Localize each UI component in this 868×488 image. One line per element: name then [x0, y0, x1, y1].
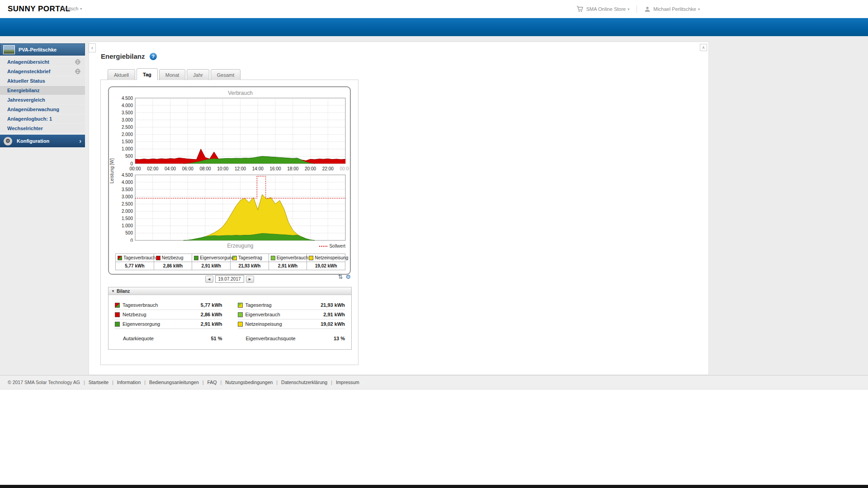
bilanz-right-column: Tagesertrag21,93 kWhEigenverbrauch2,91 k… — [238, 300, 345, 343]
svg-text:1.500: 1.500 — [122, 216, 133, 221]
tab-tag[interactable]: Tag — [137, 68, 158, 80]
bilanz-label: Netzbezug — [123, 312, 201, 317]
legend-value: 19,02 kWh — [307, 262, 345, 270]
tab-gesamt[interactable]: Gesamt — [211, 69, 241, 80]
chart-legend: Tagesverbrauch5,77 kWhNetzbezug2,86 kWhE… — [115, 253, 345, 270]
bilanz-label: Eigenverbrauch — [245, 312, 324, 317]
sidebar-item-aktueller-status[interactable]: Aktueller Status — [0, 76, 85, 85]
scroll-top-button[interactable]: ∧ — [700, 44, 707, 51]
footer-link-faq[interactable]: FAQ — [207, 380, 217, 385]
sidebar-item-anlagenueberwachung[interactable]: Anlagenüberwachung — [0, 105, 85, 114]
bilanz-swatch — [238, 303, 243, 308]
chart-settings-icon[interactable]: ⚙ — [345, 273, 351, 280]
collapse-triangle-icon: ▼ — [111, 289, 115, 293]
user-menu[interactable]: Michael Perlitschke ▾ — [653, 6, 700, 12]
bilanz-value: 5,77 kWh — [201, 302, 222, 308]
svg-text:4.500: 4.500 — [122, 173, 133, 178]
sidebar-item-jahresvergleich[interactable]: Jahresvergleich — [0, 95, 85, 104]
svg-text:4.500: 4.500 — [122, 96, 133, 101]
bilanz-label: Eigenversorgung — [123, 321, 201, 327]
legend-label: Netzeinspeisung — [315, 255, 348, 260]
bilanz-row-netzeinspeisung: Netzeinspeisung19,02 kWh — [238, 319, 345, 329]
bottom-spacer — [0, 389, 868, 485]
bilanz-value: 19,02 kWh — [321, 321, 345, 327]
footer-link-startseite[interactable]: Startseite — [89, 380, 108, 385]
store-link[interactable]: SMA Online Store ▾ — [586, 6, 629, 12]
bilanz-header[interactable]: ▼ Bilanz — [108, 287, 351, 295]
sidebar-item-anlagenlogbuch-1[interactable]: Anlagenlogbuch: 1 — [0, 114, 85, 123]
sollwert-label: Sollwert — [329, 244, 345, 249]
legend-value: 2,86 kWh — [154, 262, 192, 270]
footer-separator: | — [112, 380, 113, 385]
tab-monat[interactable]: Monat — [159, 69, 186, 80]
bilanz-value: 2,86 kWh — [201, 312, 222, 317]
footer-separator: | — [331, 380, 332, 385]
svg-text:2.500: 2.500 — [122, 202, 133, 206]
bilanz-swatch — [115, 303, 120, 308]
sidebar-item-anlagenuebersicht[interactable]: Anlagenübersicht — [0, 57, 85, 66]
legend-name: Netzbezug — [154, 254, 192, 262]
top-bar: SUNNY PORTAL Deutsch ▾ SMA Online Store … — [0, 0, 868, 18]
tab-bar: AktuellTagMonatJahrGesamt — [108, 68, 241, 80]
language-selector[interactable]: Deutsch ▾ — [60, 6, 82, 11]
scale-icon[interactable]: ⇅ — [338, 273, 343, 280]
legend-name: Netzeinspeisung — [307, 254, 345, 262]
svg-text:4.000: 4.000 — [122, 103, 133, 108]
chart-title-row: Erzeugung Sollwert — [109, 243, 350, 251]
bilanz-swatch — [238, 322, 243, 327]
sidebar-collapse-button[interactable]: ‹ — [89, 43, 96, 52]
svg-text:3.000: 3.000 — [122, 194, 133, 199]
legend-swatch — [118, 256, 122, 260]
bilanz-swatch — [115, 312, 120, 317]
bilanz-swatch — [115, 322, 120, 327]
legend-name: Eigenverbrauch — [269, 254, 307, 262]
legend-swatch — [309, 256, 313, 260]
sidebar-item-konfiguration[interactable]: ⚙ Konfiguration › — [0, 135, 85, 147]
chevron-down-icon: ▾ — [80, 7, 82, 11]
bilanz-value: 2,91 kWh — [323, 312, 345, 317]
sidebar-item-energiebilanz[interactable]: Energiebilanz — [0, 86, 85, 95]
cart-icon — [576, 6, 584, 12]
chevron-down-icon: ▾ — [627, 7, 629, 11]
user-icon — [644, 6, 651, 12]
date-input[interactable] — [215, 275, 244, 283]
footer-link-impressum[interactable]: Impressum — [336, 380, 359, 385]
footer-link-information[interactable]: Information — [117, 380, 141, 385]
bilanz-swatch — [238, 312, 243, 317]
footer-copyright: © 2017 SMA Solar Technology AG — [8, 380, 80, 385]
footer-link-bedienungsanleitungen[interactable]: Bedienungsanleitungen — [149, 380, 199, 385]
plant-name: PVA-Perlitschke — [19, 47, 57, 52]
prev-day-button[interactable]: ◀ — [205, 276, 213, 283]
svg-text:2.500: 2.500 — [122, 125, 133, 130]
legend-swatch — [194, 256, 198, 260]
dashed-line-swatch — [319, 246, 327, 247]
footer-separator: | — [144, 380, 146, 385]
footer-link-datenschutzerklaerung[interactable]: Datenschutzerklärung — [281, 380, 327, 385]
svg-text:500: 500 — [125, 154, 133, 159]
sidebar-item-label: Anlagenüberwachung — [7, 107, 59, 112]
y-axis-label: Leistung [W] — [109, 137, 114, 205]
gear-icon: ⚙ — [4, 137, 12, 145]
bilanz-row-autarkiequote: Autarkiequote51 % — [115, 333, 222, 343]
sidebar-item-label: Jahresvergleich — [7, 97, 45, 103]
topbar-right: SMA Online Store ▾ Michael Perlitschke ▾ — [576, 0, 700, 18]
tab-aktuell[interactable]: Aktuell — [108, 69, 135, 80]
footer-link-nutzungsbedingungen[interactable]: Nutzungsbedingungen — [225, 380, 273, 385]
sidebar-item-anlagensteckbrief[interactable]: Anlagensteckbrief — [0, 67, 85, 76]
legend-label: Tagesverbrauch — [123, 255, 156, 260]
bilanz-value: 2,91 kWh — [201, 321, 222, 327]
tab-jahr[interactable]: Jahr — [187, 69, 209, 80]
verbrauch-chart: 05001.0001.5002.0002.5003.0003.5004.0004… — [109, 96, 349, 173]
bilanz-row-eigenverbrauchsquote: Eigenverbrauchsquote13 % — [238, 333, 345, 343]
sidebar-item-wechselrichter[interactable]: Wechselrichter — [0, 124, 85, 133]
sidebar-menu: AnlagenübersichtAnlagensteckbriefAktuell… — [0, 57, 85, 133]
sidebar-item-label: Wechselrichter — [7, 126, 43, 131]
next-day-button[interactable]: ▶ — [246, 276, 254, 283]
bilanz-row-tagesverbrauch: Tagesverbrauch5,77 kWh — [115, 300, 222, 310]
svg-text:00:00: 00:00 — [340, 166, 349, 171]
language-label: Deutsch — [60, 6, 78, 11]
bilanz-panel: ▼ Bilanz Tagesverbrauch5,77 kWhNetzbezug… — [108, 287, 352, 350]
svg-text:16:00: 16:00 — [269, 166, 281, 171]
help-icon[interactable]: ? — [150, 53, 157, 60]
plant-header[interactable]: PVA-Perlitschke — [0, 43, 85, 56]
